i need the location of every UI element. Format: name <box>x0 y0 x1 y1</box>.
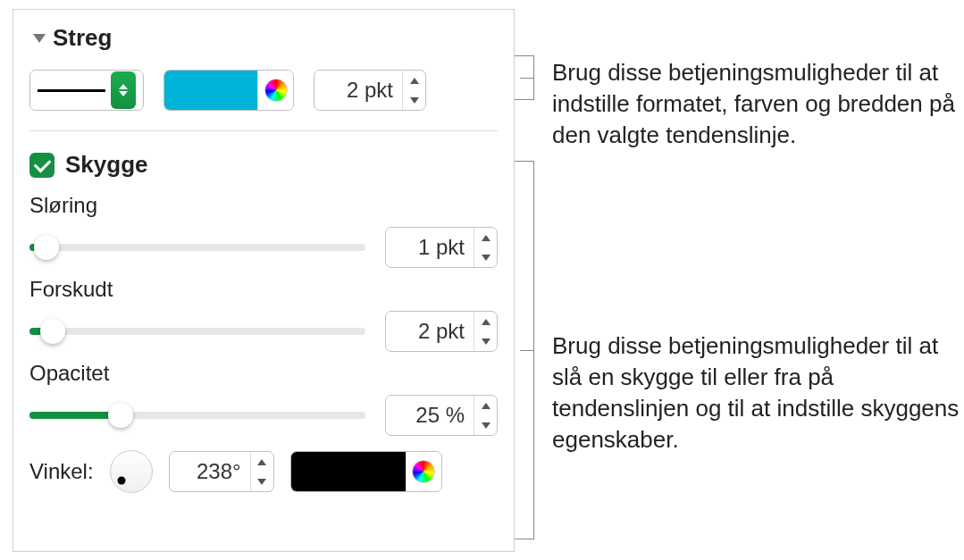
offset-value: 2 pkt <box>386 319 474 344</box>
blur-value: 1 pkt <box>386 235 474 260</box>
disclosure-triangle-icon[interactable] <box>33 34 46 43</box>
slider-track <box>29 244 365 251</box>
stepper-up-icon[interactable] <box>403 71 425 90</box>
stroke-title: Streg <box>53 24 112 52</box>
stepper-up-icon[interactable] <box>474 312 497 331</box>
stepper-down-icon[interactable] <box>474 415 497 435</box>
stroke-width-value: 2 pkt <box>314 78 402 103</box>
angle-dial[interactable] <box>110 450 153 493</box>
shadow-color-well[interactable] <box>290 451 442 492</box>
callouts: Brug disse betjeningsmuligheder til at i… <box>515 0 961 560</box>
color-wheel-icon <box>412 460 435 483</box>
stepper-up-icon[interactable] <box>474 396 497 415</box>
stroke-color-wheel-button[interactable] <box>257 71 293 110</box>
callout-bracket-icon <box>515 161 534 539</box>
shadow-checkbox[interactable] <box>29 153 54 178</box>
stepper-down-icon[interactable] <box>251 472 273 491</box>
stroke-controls-row: 2 pkt <box>29 70 498 111</box>
stroke-color-swatch <box>164 71 257 110</box>
stepper-up-icon[interactable] <box>474 228 497 247</box>
slider-thumb-icon[interactable] <box>40 319 65 344</box>
stepper-buttons <box>402 71 425 110</box>
angle-stepper[interactable]: 238° <box>169 451 274 492</box>
stroke-color-well[interactable] <box>163 70 294 111</box>
offset-stepper[interactable]: 2 pkt <box>385 311 498 352</box>
shadow-label: Skygge <box>65 151 148 179</box>
callout-bracket-icon <box>515 55 534 100</box>
opacity-label: Opacitet <box>29 361 498 386</box>
divider <box>29 130 498 131</box>
offset-label: Forskudt <box>29 277 498 302</box>
blur-slider[interactable] <box>29 235 365 260</box>
angle-row: Vinkel: 238° <box>29 450 498 493</box>
blur-stepper[interactable]: 1 pkt <box>385 227 498 268</box>
opacity-stepper[interactable]: 25 % <box>385 395 498 436</box>
callout-shadow-text: Brug disse betjeningsmuligheder til at s… <box>552 330 963 456</box>
angle-indicator-icon <box>118 477 126 485</box>
stepper-down-icon[interactable] <box>474 331 497 351</box>
offset-slider[interactable] <box>29 319 365 344</box>
stepper-down-icon[interactable] <box>403 90 425 110</box>
opacity-group: Opacitet 25 % <box>29 361 498 436</box>
color-wheel-icon <box>264 79 288 102</box>
stroke-width-stepper[interactable]: 2 pkt <box>314 70 426 111</box>
inspector-panel: Streg 2 pkt Skygge Sløring <box>13 9 515 552</box>
shadow-color-swatch <box>291 452 406 491</box>
angle-label: Vinkel: <box>29 459 94 484</box>
line-style-popup[interactable] <box>29 70 144 111</box>
line-style-preview-icon <box>38 89 105 92</box>
slider-thumb-icon[interactable] <box>108 403 133 428</box>
opacity-slider[interactable] <box>29 403 365 428</box>
blur-label: Sløring <box>29 193 498 218</box>
stroke-section-header: Streg <box>29 24 498 52</box>
stepper-up-icon[interactable] <box>251 452 273 472</box>
shadow-color-wheel-button[interactable] <box>406 452 441 491</box>
callout-stroke-text: Brug disse betjeningsmuligheder til at i… <box>552 57 963 151</box>
stepper-down-icon[interactable] <box>474 247 497 267</box>
opacity-value: 25 % <box>386 403 474 428</box>
angle-value: 238° <box>170 459 250 484</box>
slider-thumb-icon[interactable] <box>34 235 59 260</box>
blur-group: Sløring 1 pkt <box>29 193 498 268</box>
popup-chevron-icon <box>111 71 136 109</box>
shadow-checkbox-row: Skygge <box>29 151 498 179</box>
offset-group: Forskudt 2 pkt <box>29 277 498 352</box>
